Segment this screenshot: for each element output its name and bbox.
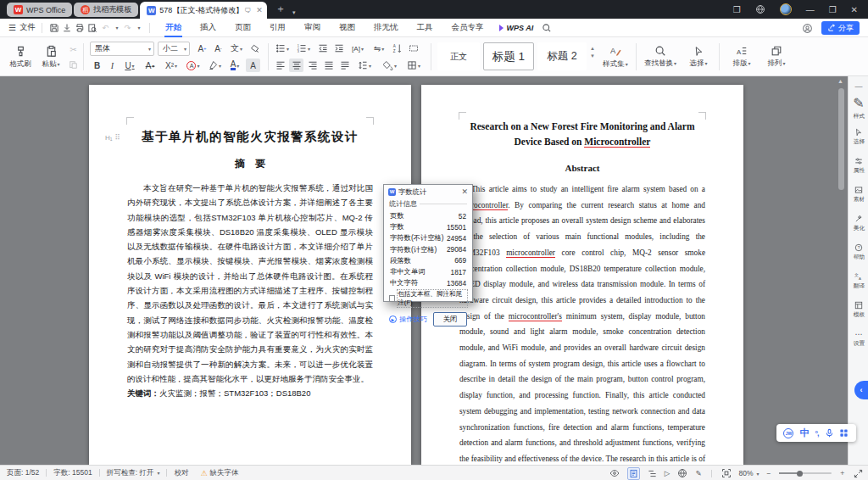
globe-icon[interactable]	[755, 4, 765, 14]
strikethrough-icon[interactable]: A▾	[141, 59, 159, 72]
hamburger-icon[interactable]: ☰	[8, 23, 16, 32]
scrollbar-thumb[interactable]	[838, 88, 844, 190]
cut-icon[interactable]: ✂	[66, 42, 81, 56]
fit-page-icon[interactable]	[721, 468, 732, 478]
drag-handle-icon[interactable]: ⠿	[114, 133, 120, 142]
decrease-font-icon[interactable]: A-	[211, 42, 225, 55]
tab-wps-office[interactable]: W WPS Office	[7, 3, 72, 17]
restore-button[interactable]: ❐	[829, 5, 837, 14]
arrange-button[interactable]: 排列▾	[761, 40, 792, 74]
style-heading1[interactable]: 标题 1	[483, 42, 534, 70]
menu-tab-view[interactable]: 视图	[330, 19, 364, 37]
ime-language-mode[interactable]: 中	[799, 427, 809, 439]
spellcheck-toggle[interactable]: 拼写检查: 打开▾	[107, 468, 160, 478]
zoom-out-icon[interactable]: −	[767, 469, 771, 477]
style-heading2[interactable]: 标题 2	[537, 42, 587, 70]
quickbar-caret[interactable]: ▾	[134, 25, 143, 31]
highlighter-icon[interactable]: ▾	[205, 59, 224, 72]
dialog-titlebar[interactable]: W 字数统计 ✕	[384, 185, 472, 198]
bold-icon[interactable]: B	[90, 59, 104, 72]
wps-ai-button[interactable]: WPS AI	[492, 24, 540, 32]
print-preview-icon[interactable]	[86, 23, 99, 33]
play-slideshow-icon[interactable]: ▷	[665, 469, 670, 477]
page-view-icon[interactable]	[627, 467, 640, 480]
dialog-close-button[interactable]: 关闭	[433, 312, 467, 327]
menu-tab-paiwuyou[interactable]: 排无忧	[364, 19, 408, 37]
menu-tab-review[interactable]: 审阅	[295, 19, 330, 37]
minimize-button[interactable]: —	[806, 5, 815, 14]
font-color-icon[interactable]: A▾	[225, 59, 244, 72]
justify-icon[interactable]	[321, 59, 336, 72]
fullscreen-icon[interactable]	[854, 469, 863, 478]
ime-punctuation-icon[interactable]: °,	[815, 429, 818, 438]
sidebar-item-beautify[interactable]: 美化	[849, 209, 868, 237]
select-button[interactable]: 选择▾	[683, 40, 714, 74]
panel-expand-handle[interactable]: ‹	[854, 381, 868, 399]
proofread-button[interactable]: 校对	[174, 468, 188, 478]
close-button[interactable]: ✕	[851, 5, 858, 14]
style-normal[interactable]: 正文	[437, 42, 480, 70]
increase-indent-icon[interactable]	[331, 42, 346, 55]
font-size-select[interactable]: 小二▾	[158, 42, 190, 56]
eye-protect-icon[interactable]	[609, 468, 620, 478]
shading-icon[interactable]: ▾	[380, 59, 400, 72]
clear-format-icon[interactable]	[248, 42, 262, 55]
zoom-slider-knob[interactable]	[797, 471, 803, 477]
borders-icon[interactable]: ▾	[403, 59, 424, 72]
align-left-icon[interactable]	[273, 59, 287, 72]
text-effects-icon[interactable]: 文▾	[227, 42, 246, 55]
superscript-icon[interactable]: X²▾	[161, 59, 181, 72]
undo-caret[interactable]: ▾	[112, 25, 121, 31]
dialog-close-icon[interactable]: ✕	[461, 187, 468, 196]
font-name-select[interactable]: 黑体▾	[90, 42, 154, 56]
print-icon[interactable]	[74, 23, 86, 33]
format-painter-button[interactable]: 格式刷	[5, 40, 36, 74]
menu-tab-insert[interactable]: 插入	[191, 19, 225, 37]
menu-file[interactable]: 文件	[19, 22, 36, 33]
italic-icon[interactable]: I	[105, 59, 120, 72]
include-textbox-checkbox[interactable]: 包括文本框、脚注和尾注(F)	[389, 290, 467, 307]
styles-scroll-down-icon[interactable]: ▼	[590, 53, 595, 59]
checkbox-icon[interactable]	[389, 295, 395, 302]
collab-status-icon[interactable]	[802, 23, 813, 34]
zoom-in-icon[interactable]: ＋	[839, 468, 847, 478]
menu-tab-page[interactable]: 页面	[225, 19, 260, 37]
increase-font-icon[interactable]: A+	[195, 42, 209, 55]
save-icon[interactable]	[48, 23, 61, 33]
styles-scroll-up-icon[interactable]: ▲	[590, 46, 595, 51]
page-1[interactable]: H₁ ⠿ 基于单片机的智能火灾报警系统设计 摘 要 本文旨在研究一种基于单片机的…	[89, 85, 411, 465]
menu-tab-home[interactable]: 开始	[156, 19, 191, 37]
zoom-level[interactable]: 80%▾	[739, 469, 760, 477]
heading-handle[interactable]: H₁ ⠿	[105, 133, 120, 142]
bullet-list-icon[interactable]: ▾	[273, 42, 292, 55]
menu-tab-tools[interactable]: 工具	[407, 19, 442, 37]
text-direction-icon[interactable]: ⇋▾	[370, 42, 388, 55]
sidebar-collapse-icon[interactable]: —	[849, 80, 868, 93]
new-tab-button[interactable]: ＋	[275, 2, 286, 16]
sidebar-item-properties[interactable]: 属性	[849, 151, 868, 180]
export-pdf-icon[interactable]	[61, 23, 74, 33]
edit-mode-icon[interactable]: ✎	[695, 469, 701, 477]
page-indicator[interactable]: 页面: 1/52	[7, 468, 39, 478]
tab-close-icon[interactable]: ✕	[256, 6, 263, 14]
search-icon[interactable]	[540, 23, 553, 33]
word-count-indicator[interactable]: 字数: 15501	[53, 468, 92, 478]
align-center-icon[interactable]	[289, 59, 303, 72]
find-replace-button[interactable]: 查找替换▾	[641, 40, 680, 74]
decrease-indent-icon[interactable]	[315, 42, 330, 55]
undo-icon[interactable]: ↶	[99, 23, 112, 32]
zoom-slider[interactable]	[779, 472, 832, 474]
sidebar-item-styles[interactable]: ✎ 样式	[849, 93, 868, 122]
underline-icon[interactable]: U▾	[120, 59, 139, 72]
avatar[interactable]	[780, 3, 792, 15]
sidebar-item-settings[interactable]: ⋯ 设置	[849, 324, 868, 353]
missing-font-warning[interactable]: ⚠ 缺失字体	[200, 468, 238, 478]
share-button[interactable]: 分享	[821, 21, 860, 35]
char-shading-icon[interactable]: A	[246, 59, 260, 72]
sidebar-item-assets[interactable]: 素材	[849, 180, 868, 209]
microphone-icon[interactable]	[825, 428, 834, 438]
char-scale-icon[interactable]: [A]▾	[348, 42, 368, 55]
vertical-scrollbar[interactable]: ▲	[836, 76, 847, 465]
tips-link[interactable]: ▶ 操作技巧	[389, 315, 427, 324]
sidebar-item-select[interactable]: 选择	[849, 122, 868, 151]
